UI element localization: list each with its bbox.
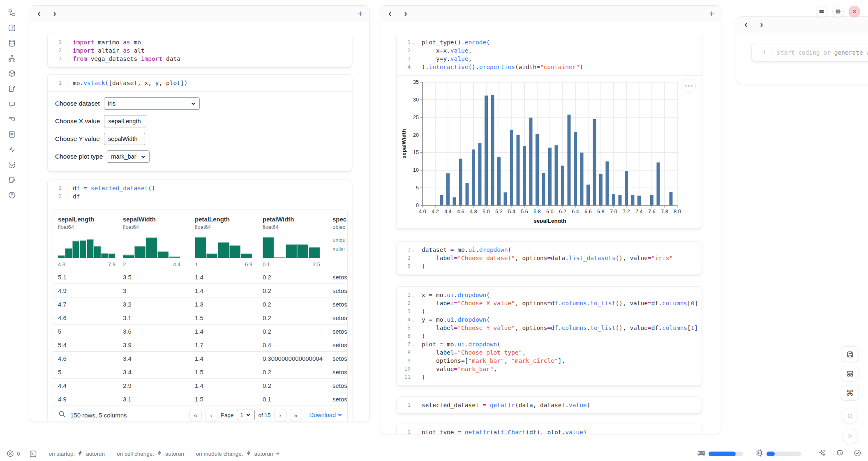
ai-sparkles-button[interactable] (818, 449, 826, 458)
dropdown-select[interactable]: sepalWidth (104, 133, 145, 145)
packages-icon[interactable] (7, 69, 16, 78)
dropdown-select[interactable]: mark_bar (107, 150, 150, 163)
cell-chart[interactable]: 1⌄plot_type().encode(2 x=x.value,3 y=y.v… (396, 34, 702, 229)
layout-toggle-button[interactable] (841, 366, 859, 381)
cell-imports[interactable]: 1import marimo as mo2import altair as al… (47, 34, 352, 67)
dataframe-table: sepalLengthfloat644.37.9sepalWidthfloat6… (53, 210, 348, 422)
prev-page-button[interactable]: ‹ (205, 409, 217, 421)
tracing-icon[interactable] (7, 145, 16, 154)
table-cell: 3.4 (118, 365, 190, 378)
stop-kernel-button[interactable] (842, 408, 858, 424)
cell-plot-type[interactable]: 1plot_type = getattr(alt.Chart(df), plot… (396, 424, 702, 434)
column-header[interactable]: speciobjecuniqunulls: (328, 210, 347, 270)
fold-chevron-icon[interactable]: ⌄ (411, 39, 416, 47)
next-page-button[interactable]: › (274, 409, 286, 421)
svg-text:7.0: 7.0 (610, 209, 617, 214)
documentation-icon[interactable] (7, 130, 16, 138)
dropdown-select[interactable]: iris (104, 97, 200, 110)
column-histogram (263, 235, 320, 258)
add-cell-button[interactable]: + (709, 9, 714, 18)
code-editor-plot-type[interactable]: 1plot_type = getattr(alt.Chart(df), plot… (397, 424, 702, 434)
dropdown-select[interactable]: sepalLength (104, 115, 146, 127)
copilot-button[interactable] (836, 449, 844, 458)
column-prev-button[interactable] (36, 11, 42, 17)
generate-link[interactable]: generate (834, 49, 863, 56)
search-icon[interactable] (58, 410, 66, 420)
fold-chevron-icon[interactable]: ⌄ (411, 291, 416, 300)
add-cell-button[interactable]: + (358, 9, 363, 18)
first-page-button[interactable]: « (189, 409, 202, 421)
code-line: 6) (397, 332, 702, 340)
table-cell: 0.2 (258, 378, 328, 392)
chart-actions-button[interactable] (682, 79, 696, 93)
code-line: 2 x=x.value, (397, 46, 702, 55)
command-palette-button[interactable]: ⌘ (841, 385, 859, 401)
column-prev-button[interactable] (387, 11, 393, 17)
settings-gear-button[interactable] (832, 6, 844, 17)
sepal-bar-chart[interactable]: 4.04.24.44.64.85.05.25.45.65.86.06.26.46… (400, 78, 688, 223)
column-max: 4.4 (173, 261, 180, 267)
database-icon[interactable] (7, 39, 16, 47)
code-editor-imports[interactable]: 1import marimo as mo2import altair as al… (48, 34, 352, 67)
dropdown-label: Choose dataset (55, 100, 100, 107)
cell-vstack[interactable]: 1mo.vstack([dataset, x, y, plot]) Choose… (47, 74, 352, 171)
on-startup-setting[interactable]: on startup: autorun (49, 450, 105, 457)
on-cell-change-setting[interactable]: on cell change: autorun (117, 450, 184, 457)
dropdown-form-output: Choose datasetirisChoose X valuesepalLen… (48, 92, 352, 171)
cell-xy-plot-dropdowns[interactable]: 1⌄x = mo.ui.dropdown(2 label="Choose X v… (396, 286, 702, 386)
scratchpad-icon[interactable] (7, 175, 16, 184)
logs-icon[interactable] (7, 84, 16, 93)
save-button[interactable] (841, 346, 859, 362)
shutdown-button[interactable] (849, 6, 860, 17)
cell-empty-scratch[interactable]: 1 Start coding or generate with (751, 44, 868, 61)
svg-text:25: 25 (413, 115, 419, 120)
file-explorer-icon[interactable] (7, 8, 16, 17)
chat-assistant-icon[interactable] (7, 99, 16, 108)
line-number: 1 (397, 38, 411, 46)
column-next-button[interactable] (402, 11, 409, 17)
code-editor-df[interactable]: 1df = selected_dataset()2df (48, 180, 352, 205)
last-page-button[interactable]: » (290, 409, 302, 421)
snippets-icon[interactable] (7, 160, 16, 169)
column-next-button[interactable] (758, 22, 765, 28)
error-counter[interactable]: 0 (7, 450, 20, 457)
help-icon[interactable] (7, 191, 16, 199)
column-next-button[interactable] (51, 11, 58, 17)
terminal-button[interactable] (29, 450, 37, 458)
row-count-summary: 150 rows, 5 columns (70, 412, 127, 419)
fold-chevron-icon[interactable]: ⌄ (411, 341, 416, 349)
empty-cell-editor[interactable]: 1 Start coding or generate with (752, 44, 868, 61)
code-editor-xyplot[interactable]: 1⌄x = mo.ui.dropdown(2 label="Choose X v… (397, 287, 702, 385)
run-all-button[interactable] (842, 428, 858, 444)
variable-search-icon[interactable] (7, 115, 16, 123)
on-module-change-setting[interactable]: on module change: autorun (196, 450, 280, 457)
download-button[interactable]: Download (309, 412, 342, 418)
menu-button[interactable] (816, 6, 827, 17)
page-select[interactable]: 1 (237, 410, 255, 420)
code-editor-selected-dataset[interactable]: 1selected_dataset = getattr(data, datase… (397, 397, 702, 413)
line-number: 9 (397, 357, 411, 365)
line-number: 10 (397, 365, 411, 373)
column-header[interactable]: petalWidthfloat640.12.5 (258, 210, 328, 270)
column-header[interactable]: petalLengthfloat6416.9 (190, 210, 258, 270)
code-editor-dataset[interactable]: 1⌄dataset = mo.ui.dropdown(2 label="Choo… (397, 242, 702, 274)
column-prev-button[interactable] (743, 22, 749, 28)
code-editor-chart[interactable]: 1⌄plot_type().encode(2 x=x.value,3 y=y.v… (397, 34, 702, 75)
column-histogram (195, 235, 252, 258)
svg-text:6.4: 6.4 (572, 209, 579, 214)
table-cell: 1.4 (190, 284, 258, 297)
column-header[interactable]: sepalLengthfloat644.37.9 (53, 210, 118, 270)
fold-chevron-icon[interactable]: ⌄ (411, 316, 416, 324)
column-max: 7.9 (108, 261, 115, 267)
cell-selected-dataset[interactable]: 1selected_dataset = getattr(data, datase… (396, 396, 702, 414)
ram-icon (697, 449, 705, 458)
column-header[interactable]: sepalWidthfloat6424.4 (118, 210, 190, 270)
function-icon[interactable]: f (7, 23, 16, 32)
table-cell: 4.6 (53, 351, 118, 365)
fold-chevron-icon[interactable]: ⌄ (411, 246, 416, 254)
cell-dataframe[interactable]: 1df = selected_dataset()2df sepalLengthf… (47, 180, 352, 422)
cell-dataset-dropdown[interactable]: 1⌄dataset = mo.ui.dropdown(2 label="Choo… (396, 241, 702, 275)
dependency-graph-icon[interactable] (7, 54, 16, 62)
code-editor-vstack[interactable]: 1mo.vstack([dataset, x, y, plot]) (48, 75, 352, 91)
table-cell: 1.4 (190, 324, 258, 338)
